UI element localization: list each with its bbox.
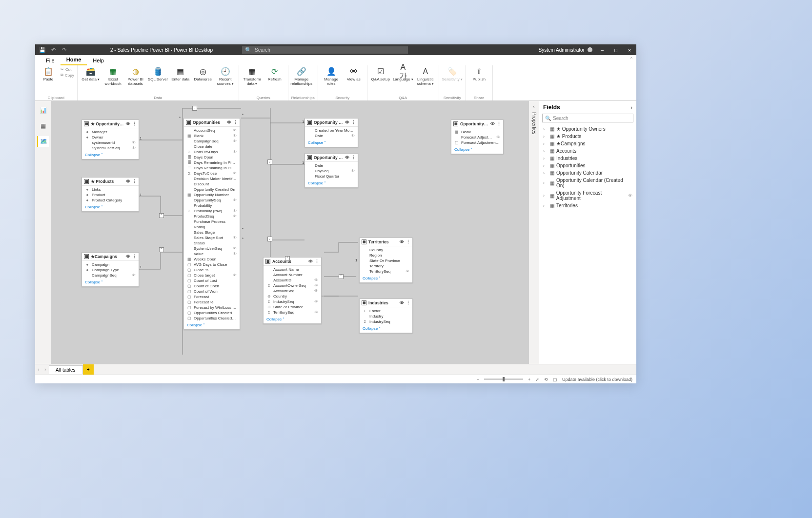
collapse-link[interactable]: Collapse — [360, 275, 412, 282]
field-row[interactable]: ▢ Forecast % — [184, 299, 240, 305]
eye-icon[interactable]: 👁 — [126, 121, 130, 126]
card-campaigns[interactable]: ▦ ★Campaigns 👁 ⋮● Campaign ● Campaign Ty… — [81, 252, 139, 287]
field-row[interactable]: ● Product — [82, 192, 139, 198]
field-row[interactable]: systemuserid 👁 — [82, 140, 139, 145]
field-row[interactable]: ▢ Forecast Adjustment Va… — [451, 140, 503, 145]
sensitivity-button[interactable]: 🏷️Sensitivity — [442, 66, 463, 82]
field-row[interactable]: ▦ Weeks Open — [184, 257, 240, 262]
field-row[interactable]: ▢ Count of Open — [184, 283, 240, 289]
more-icon[interactable]: ⋮ — [406, 300, 410, 305]
card-products[interactable]: ▦ ★ Products 👁 ⋮● Links ● Product ● Prod… — [81, 177, 139, 212]
eye-icon[interactable]: 👁 — [126, 254, 130, 259]
tab-all-tables[interactable]: All tables — [49, 365, 83, 374]
refresh-button[interactable]: ⟳Refresh — [264, 66, 285, 82]
eye-icon[interactable]: 👁 — [400, 300, 404, 305]
field-row[interactable]: Account Number — [264, 272, 321, 278]
fields-tree-node[interactable]: › ▦ Accounts — [541, 147, 634, 155]
field-row[interactable]: Σ TerritorySeq 👁 — [264, 310, 321, 315]
refresh-status-icon[interactable]: ⟲ — [544, 377, 548, 382]
close-button[interactable]: ✕ — [623, 47, 636, 53]
field-row[interactable]: Value 👁 — [184, 251, 240, 257]
maximize-button[interactable]: ▢ — [609, 47, 623, 53]
collapse-link[interactable]: Collapse — [264, 316, 321, 323]
field-row[interactable]: ⊕ Country — [264, 294, 321, 299]
field-row[interactable]: ⊕ State or Province — [264, 304, 321, 310]
eye-icon[interactable]: 👁 — [400, 239, 404, 244]
more-icon[interactable]: ⋮ — [497, 121, 501, 126]
field-row[interactable]: ▦ Blank — [451, 129, 503, 135]
field-row[interactable]: Fiscal Quarter — [305, 174, 358, 179]
field-row[interactable]: ● Campaign — [82, 262, 139, 267]
field-row[interactable]: CampaignSeq 👁 — [184, 139, 240, 144]
pbi-datasets-button[interactable]: ◍Power BI datasets — [125, 66, 146, 86]
chevron-right-icon[interactable]: › — [630, 104, 632, 110]
titlebar-search[interactable]: 🔍 Search — [242, 46, 408, 54]
excel-button[interactable]: ▦Excel workbook — [103, 66, 123, 86]
field-row[interactable]: Sales Stage Sort 👁 — [184, 235, 240, 240]
zoom-slider[interactable] — [484, 379, 523, 380]
field-row[interactable]: OpportunitySeq 👁 — [184, 198, 240, 203]
fields-tree-node[interactable]: › ▦ ★Campaigns — [541, 140, 634, 147]
eye-icon[interactable]: 👁 — [490, 121, 495, 126]
view-as-button[interactable]: 👁View as — [344, 66, 364, 82]
card-opp-calendar[interactable]: ▦ Opportunity Calendar 👁 ⋮ Date DaySeq 👁… — [304, 153, 358, 188]
tab-nav-prev[interactable]: ‹ — [35, 367, 42, 372]
field-row[interactable]: Σ AccountOwnerSeq 👁 — [264, 283, 321, 288]
field-row[interactable]: Decision Maker Identified — [184, 176, 240, 181]
field-row[interactable]: ● Product Category — [82, 198, 139, 203]
user-account[interactable]: System Administrator — [539, 47, 595, 53]
more-icon[interactable]: ⋮ — [406, 239, 410, 244]
field-row[interactable]: ▢ Opportunities Created - MoM … — [184, 316, 240, 321]
collapse-ribbon-icon[interactable]: ⌃ — [629, 57, 633, 61]
field-row[interactable]: Account Name — [264, 267, 321, 272]
field-row[interactable]: Opportunity Created On — [184, 187, 240, 192]
more-icon[interactable]: ⋮ — [132, 254, 137, 259]
collapse-link[interactable]: Collapse — [184, 322, 240, 329]
field-row[interactable]: Discount — [184, 181, 240, 187]
more-icon[interactable]: ⋮ — [132, 179, 137, 184]
manage-roles-button[interactable]: 👤Manage roles — [321, 66, 342, 86]
field-row[interactable]: Forecast Adjustment 👁 — [451, 135, 503, 140]
field-row[interactable]: ▢ Forecast — [184, 294, 240, 299]
field-row[interactable]: ● Campaign Type — [82, 267, 139, 273]
card-forecast-adj[interactable]: ▦ Opportunity Forecast… 👁 ⋮▦ Blank Forec… — [451, 120, 504, 154]
collapse-link[interactable]: Collapse — [82, 204, 139, 211]
collapse-link[interactable]: Collapse — [82, 152, 139, 159]
field-row[interactable]: Created on Year Month — [305, 128, 358, 133]
tab-home[interactable]: Home — [61, 55, 87, 65]
tab-help[interactable]: Help — [87, 56, 110, 65]
field-row[interactable]: DaySeq 👁 — [305, 168, 358, 174]
field-row[interactable]: Rating — [184, 224, 240, 230]
copy-button[interactable]: ⧉Copy — [61, 73, 74, 78]
field-row[interactable]: ▦ Blank 👁 — [184, 133, 240, 139]
fields-tree-node[interactable]: › ▦ Opportunity Forecast Adjustment 👁 — [541, 189, 634, 202]
data-view-button[interactable]: ▦ — [37, 120, 49, 131]
field-row[interactable]: AccountSeq 👁 — [264, 288, 321, 294]
publish-button[interactable]: ⇧Publish — [469, 66, 489, 82]
field-row[interactable]: SystemUserSeq 👁 — [184, 246, 240, 251]
field-row[interactable]: Date 👁 — [305, 133, 358, 139]
field-row[interactable]: ▦ Opportunity Number — [184, 192, 240, 198]
field-row[interactable]: Status — [184, 240, 240, 246]
field-row[interactable]: ▢ Close target 👁 — [184, 273, 240, 278]
field-row[interactable]: Σ IndustrySeq 👁 — [264, 299, 321, 304]
field-row[interactable]: Date — [305, 163, 358, 168]
field-row[interactable]: Σ IndustrySeq — [360, 319, 412, 324]
card-opp-cal-created[interactable]: ▦ Opportunity Calenda… 👁 ⋮ Created on Ye… — [304, 118, 358, 147]
eye-icon[interactable]: 👁 — [345, 155, 349, 160]
fit-to-page-button[interactable]: ⤢ — [535, 377, 539, 382]
field-row[interactable]: ▢ Close % — [184, 267, 240, 273]
fields-tree-node[interactable]: › ▦ ★ Opportunity Owners — [541, 125, 634, 133]
enter-data-button[interactable]: ▦Enter data — [170, 66, 191, 82]
fields-tree-node[interactable]: › ▦ Opportunity Calendar (Created On) — [541, 177, 634, 189]
save-icon[interactable]: 💾 — [39, 46, 46, 53]
field-row[interactable]: ● Links — [82, 187, 139, 192]
redo-icon[interactable]: ↷ — [61, 46, 67, 53]
collapse-link[interactable]: Collapse — [451, 146, 503, 154]
properties-pane-collapsed[interactable]: ‹ Properties — [529, 101, 539, 364]
model-view-button[interactable]: 🗺️ — [37, 136, 49, 147]
fields-search[interactable]: 🔍 Search — [542, 114, 633, 122]
field-row[interactable]: ▢ Opportunities Created — [184, 310, 240, 316]
more-icon[interactable]: ⋮ — [351, 155, 356, 160]
more-icon[interactable]: ⋮ — [351, 120, 356, 125]
